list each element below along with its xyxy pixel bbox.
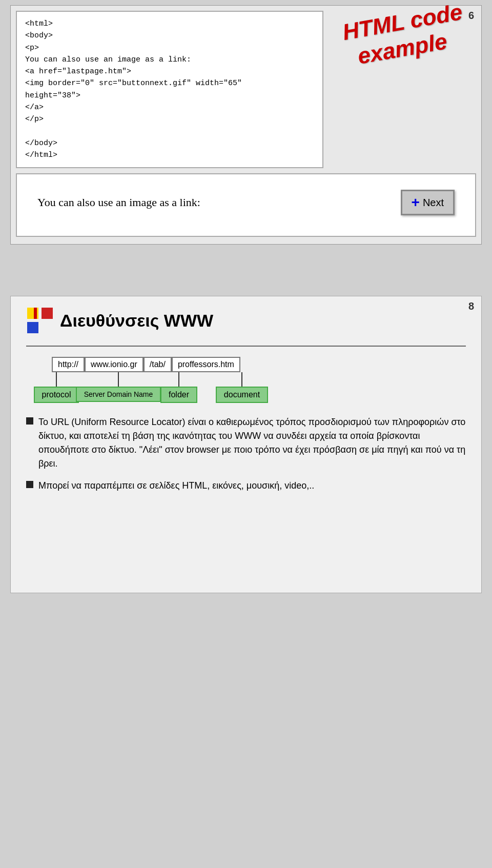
url-segment-domain: www.ionio.gr	[85, 357, 144, 372]
slide-1-number: 6	[468, 10, 474, 22]
bullet-square-1	[26, 417, 33, 425]
next-button[interactable]: + Next	[401, 190, 455, 215]
bullet-text-2: Μπορεί να παραπέμπει σε σελίδες HTML, ει…	[38, 479, 314, 493]
logo-icon	[26, 307, 54, 334]
bullet-list: Το URL (Uniform Resource Locator) είναι …	[26, 415, 466, 493]
svg-rect-3	[42, 308, 53, 319]
slide-2-title: Διευθύνσεις WWW	[60, 311, 213, 331]
slide-2-header: Διευθύνσεις WWW	[26, 307, 466, 334]
document-label: document	[216, 387, 268, 403]
preview-text: You can also use an image as a link:	[37, 196, 200, 209]
domain-label: Server Domain Name	[76, 387, 161, 402]
html-code-label: HTML code example	[329, 6, 481, 65]
domain-line	[118, 372, 119, 387]
domain-label-col: Server Domain Name	[80, 372, 156, 402]
svg-rect-2	[27, 322, 38, 333]
document-label-col: document	[203, 372, 280, 403]
slide-1-top: <html> <body> <p> You can also use an im…	[11, 6, 481, 173]
slide-2: 8 Διευθύνσεις WWW http:// www.ionio.gr /…	[10, 296, 482, 593]
protocol-label-col: protocol	[36, 372, 76, 403]
gap	[0, 250, 492, 291]
next-button-label: Next	[423, 197, 444, 209]
bullet-item-1: Το URL (Uniform Resource Locator) είναι …	[26, 415, 466, 471]
folder-label-col: folder	[161, 372, 196, 403]
slide-2-number: 8	[468, 300, 474, 312]
code-block: <html> <body> <p> You can also use an im…	[16, 11, 323, 168]
url-segment-protocol: http://	[52, 357, 85, 372]
code-line-1: <html> <body> <p> You can also use an im…	[25, 19, 242, 159]
url-labels-row: protocol Server Domain Name folder docum…	[36, 372, 466, 403]
url-top-row: http:// www.ionio.gr /tab/ proffessors.h…	[52, 357, 466, 372]
svg-rect-1	[34, 308, 37, 319]
bullet-square-2	[26, 481, 33, 488]
url-segment-document: proffessors.htm	[172, 357, 240, 372]
document-line	[241, 372, 242, 387]
slide-1: 6 <html> <body> <p> You can also use an …	[10, 5, 482, 245]
bullet-item-2: Μπορεί να παραπέμπει σε σελίδες HTML, ει…	[26, 479, 466, 493]
title-underline	[26, 346, 466, 347]
protocol-label: protocol	[34, 387, 79, 403]
folder-label: folder	[160, 387, 197, 403]
plus-icon: +	[412, 195, 420, 210]
url-segment-folder: /tab/	[144, 357, 172, 372]
folder-line	[178, 372, 179, 387]
protocol-line	[56, 372, 57, 387]
url-diagram: http:// www.ionio.gr /tab/ proffessors.h…	[26, 357, 466, 403]
slide-1-preview: You can also use an image as a link: + N…	[16, 173, 476, 237]
bullet-text-1: Το URL (Uniform Resource Locator) είναι …	[38, 415, 466, 471]
